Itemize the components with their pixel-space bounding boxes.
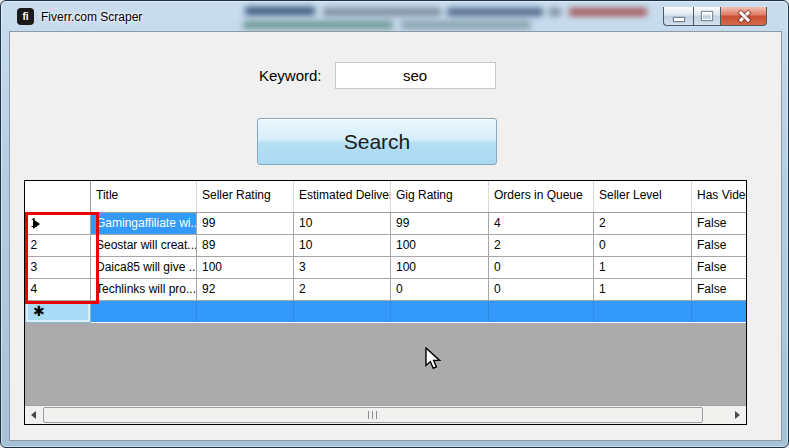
search-button[interactable]: Search [257, 118, 497, 165]
maximize-button[interactable] [693, 7, 721, 26]
minimize-icon [674, 18, 684, 21]
cell-estimated-delivery[interactable]: 2 [294, 278, 391, 300]
column-header-orders-in-queue[interactable]: Orders in Queue [489, 181, 594, 212]
row-header-1[interactable]: 1 [26, 212, 91, 234]
cell-title[interactable]: Seostar will creat... [91, 234, 197, 256]
results-grid: Title Seller Rating Estimated Delivery G… [24, 180, 747, 425]
scroll-right-icon [735, 411, 740, 419]
table-row: 4 Techlinks will pro... 92 2 0 0 1 False [26, 278, 748, 300]
cell-has-video[interactable]: False [692, 278, 748, 300]
cell-title[interactable]: Daica85 will give ... [91, 256, 197, 278]
window-title: Fiverr.com Scraper [41, 10, 142, 24]
title-bar[interactable]: fi Fiverr.com Scraper [1, 1, 788, 31]
cell-seller-rating[interactable]: 100 [197, 256, 294, 278]
cell-orders-in-queue[interactable]: 4 [489, 212, 594, 234]
scrollbar-grip-icon [368, 411, 379, 419]
new-row-cell[interactable] [594, 300, 692, 322]
close-button[interactable] [721, 7, 767, 26]
column-header-title[interactable]: Title [91, 181, 197, 212]
new-row-cell[interactable] [91, 300, 197, 322]
column-header-seller-rating[interactable]: Seller Rating [197, 181, 294, 212]
cell-estimated-delivery[interactable]: 10 [294, 234, 391, 256]
new-row-header[interactable]: ✱ [26, 300, 91, 322]
current-row-arrow-icon [33, 219, 40, 229]
cell-seller-level[interactable]: 1 [594, 278, 692, 300]
scroll-right-button[interactable] [729, 406, 746, 424]
new-row-cell[interactable] [692, 300, 748, 322]
cell-seller-rating[interactable]: 99 [197, 212, 294, 234]
app-window: fi Fiverr.com Scraper Keyword: Search T [0, 0, 789, 448]
row-header-4[interactable]: 4 [26, 278, 91, 300]
new-row: ✱ [26, 300, 748, 322]
new-row-cell[interactable] [391, 300, 489, 322]
cell-gig-rating[interactable]: 100 [391, 234, 489, 256]
column-header-seller-level[interactable]: Seller Level [594, 181, 692, 212]
scroll-left-button[interactable] [25, 406, 42, 424]
row-header-3[interactable]: 3 [26, 256, 91, 278]
cell-has-video[interactable]: False [692, 212, 748, 234]
cell-estimated-delivery[interactable]: 10 [294, 212, 391, 234]
grid-empty-area [25, 323, 746, 406]
cell-gig-rating[interactable]: 100 [391, 256, 489, 278]
close-icon [738, 10, 750, 22]
table-row: 3 Daica85 will give ... 100 3 100 0 1 Fa… [26, 256, 748, 278]
keyword-input[interactable] [335, 62, 496, 89]
new-row-cell[interactable] [294, 300, 391, 322]
cell-seller-rating[interactable]: 89 [197, 234, 294, 256]
new-row-cell[interactable] [197, 300, 294, 322]
cell-title[interactable]: Techlinks will pro... [91, 278, 197, 300]
grid-corner-cell[interactable] [26, 181, 91, 212]
scroll-left-icon [31, 411, 36, 419]
scrollbar-thumb[interactable] [43, 407, 703, 423]
cell-seller-level[interactable]: 2 [594, 212, 692, 234]
horizontal-scrollbar[interactable] [25, 405, 746, 424]
new-row-cell[interactable] [489, 300, 594, 322]
cell-has-video[interactable]: False [692, 256, 748, 278]
maximize-icon [702, 12, 712, 20]
column-header-gig-rating[interactable]: Gig Rating [391, 181, 489, 212]
minimize-button[interactable] [663, 7, 693, 26]
client-area: Keyword: Search Title Seller Rating Esti… [9, 31, 782, 441]
table-row: 1 Gamingaffiliate wi... 99 10 99 4 2 Fal… [26, 212, 748, 234]
cell-gig-rating[interactable]: 0 [391, 278, 489, 300]
fiverr-app-icon: fi [17, 8, 34, 25]
cell-orders-in-queue[interactable]: 0 [489, 278, 594, 300]
cell-gig-rating[interactable]: 99 [391, 212, 489, 234]
column-header-has-video[interactable]: Has Video [692, 181, 748, 212]
cell-estimated-delivery[interactable]: 3 [294, 256, 391, 278]
grid-header-row: Title Seller Rating Estimated Delivery G… [26, 181, 748, 212]
cell-seller-level[interactable]: 0 [594, 234, 692, 256]
cell-seller-rating[interactable]: 92 [197, 278, 294, 300]
cell-orders-in-queue[interactable]: 0 [489, 256, 594, 278]
cell-seller-level[interactable]: 1 [594, 256, 692, 278]
cell-orders-in-queue[interactable]: 2 [489, 234, 594, 256]
keyword-label: Keyword: [259, 67, 322, 84]
cell-has-video[interactable]: False [692, 234, 748, 256]
column-header-estimated-delivery[interactable]: Estimated Delivery [294, 181, 391, 212]
cell-title[interactable]: Gamingaffiliate wi... [91, 212, 197, 234]
row-header-2[interactable]: 2 [26, 234, 91, 256]
keyword-form: Keyword: [259, 62, 496, 89]
table-row: 2 Seostar will creat... 89 10 100 2 0 Fa… [26, 234, 748, 256]
window-controls [663, 7, 767, 26]
